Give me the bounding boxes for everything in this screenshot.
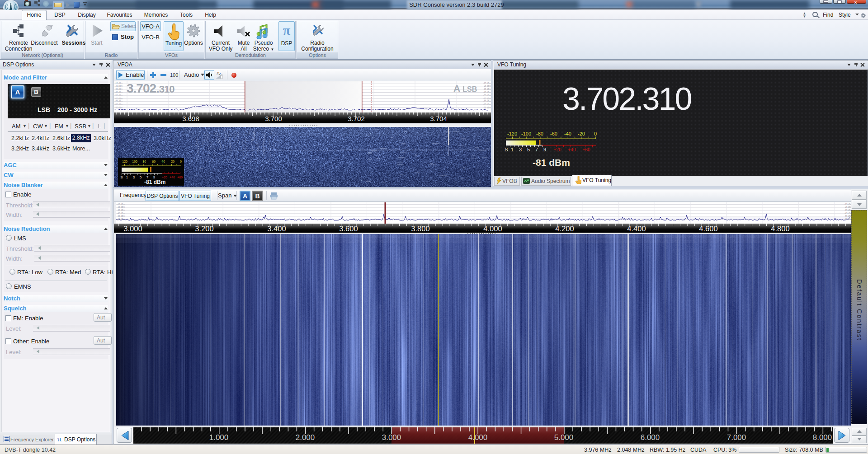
svg-text:5: 5 (140, 175, 142, 179)
svg-text:-15 dBm: -15 dBm (117, 203, 125, 206)
svg-text:-120: -120 (121, 160, 127, 163)
svg-text:-95 dBm: -95 dBm (483, 107, 491, 109)
svg-text:+40: +40 (568, 147, 576, 152)
svg-text:-95 dBm: -95 dBm (115, 107, 123, 109)
svg-text:-35 dBm: -35 dBm (483, 88, 491, 90)
svg-text:5.000: 5.000 (554, 433, 574, 442)
svg-text:S: S (505, 147, 508, 152)
svg-text:7.000: 7.000 (727, 433, 746, 442)
svg-text:3.200: 3.200 (195, 225, 213, 233)
svg-text:+60: +60 (583, 147, 590, 152)
svg-text:+20: +20 (554, 147, 561, 152)
svg-text:9: 9 (543, 147, 546, 152)
svg-text:4.400: 4.400 (627, 225, 646, 233)
svg-text:-120: -120 (507, 131, 517, 136)
svg-text:-35 dBm: -35 dBm (115, 88, 123, 90)
svg-text:-20: -20 (170, 160, 175, 163)
svg-text:-75 dBm: -75 dBm (483, 100, 491, 103)
svg-text:6.000: 6.000 (641, 433, 660, 442)
svg-text:2.000: 2.000 (296, 433, 315, 442)
svg-text:4.600: 4.600 (699, 225, 717, 233)
svg-text:8.000: 8.000 (813, 433, 832, 442)
svg-text:3: 3 (519, 147, 522, 152)
svg-text:-100: -100 (131, 160, 137, 163)
svg-text:4.000: 4.000 (468, 433, 488, 442)
svg-text:-25 dBm: -25 dBm (115, 85, 123, 87)
svg-text:+40: +40 (170, 176, 175, 179)
svg-text:3.704: 3.704 (430, 115, 447, 122)
svg-text:-80: -80 (536, 131, 543, 136)
svg-text:5: 5 (527, 147, 530, 152)
svg-text:0: 0 (594, 131, 597, 136)
svg-text:4.800: 4.800 (771, 225, 789, 233)
svg-text:-85 dBm: -85 dBm (483, 103, 491, 106)
svg-text:-45 dBm: -45 dBm (115, 91, 123, 94)
svg-text:-15 dBm: -15 dBm (115, 82, 123, 84)
svg-text:-60: -60 (550, 131, 557, 136)
svg-text:-45 dBm: -45 dBm (117, 212, 125, 215)
svg-text:3.800: 3.800 (411, 225, 429, 233)
svg-text:+60: +60 (177, 176, 183, 179)
svg-text:S: S (120, 175, 123, 179)
svg-text:-85 dBm: -85 dBm (115, 103, 123, 106)
svg-text:7: 7 (535, 147, 538, 152)
svg-text:-65 dBm: -65 dBm (117, 218, 125, 220)
svg-text:-25 dBm: -25 dBm (483, 85, 491, 87)
svg-text:-60: -60 (151, 160, 156, 163)
svg-text:+20: +20 (162, 176, 167, 179)
svg-text:3.000: 3.000 (123, 225, 142, 233)
svg-text:-65 dBm: -65 dBm (115, 98, 123, 100)
svg-text:1: 1 (511, 147, 514, 152)
svg-text:-80: -80 (142, 160, 146, 163)
svg-text:-81 dBm: -81 dBm (144, 179, 165, 185)
svg-text:3.600: 3.600 (339, 225, 358, 233)
svg-text:-35 dBm: -35 dBm (117, 209, 125, 211)
svg-text:3: 3 (133, 175, 135, 179)
svg-text:-25 dBm: -25 dBm (117, 206, 125, 208)
svg-text:-55 dBm: -55 dBm (115, 94, 123, 97)
svg-text:1.000: 1.000 (209, 433, 229, 442)
svg-text:-20: -20 (578, 131, 585, 136)
svg-text:-15 dBm: -15 dBm (483, 82, 491, 84)
svg-text:-40: -40 (160, 160, 165, 163)
svg-text:-65 dBm: -65 dBm (483, 98, 491, 100)
svg-text:-55 dBm: -55 dBm (117, 215, 125, 217)
svg-text:-45 dBm: -45 dBm (483, 91, 491, 94)
svg-text:3.700: 3.700 (265, 115, 282, 122)
svg-text:-55 dBm: -55 dBm (483, 94, 491, 97)
svg-text:3.400: 3.400 (267, 225, 286, 233)
svg-text:0: 0 (180, 160, 182, 163)
svg-text:-40: -40 (564, 131, 571, 136)
svg-text:1: 1 (126, 175, 128, 179)
svg-text:4.000: 4.000 (483, 225, 502, 233)
svg-text:3.702: 3.702 (348, 115, 365, 122)
svg-text:3.698: 3.698 (182, 115, 199, 122)
svg-text:-75 dBm: -75 dBm (115, 100, 123, 103)
svg-text:-100: -100 (521, 131, 531, 136)
svg-text:3.000: 3.000 (382, 433, 401, 442)
svg-text:4.200: 4.200 (555, 225, 574, 233)
